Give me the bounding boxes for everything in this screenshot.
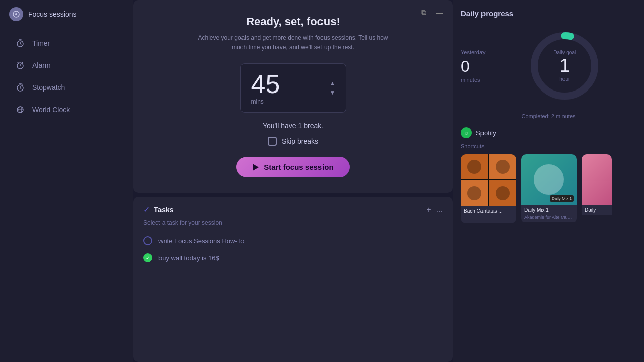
donut-wrap: Daily goal 1 hour [494, 26, 636, 106]
sidebar-item-world-clock-label: World Clock [32, 106, 70, 114]
card-image-daily-mix: Daily Mix 1 [521, 154, 577, 205]
donut-goal-unit: hour [559, 76, 570, 82]
spotify-icon: ♫ [461, 127, 472, 138]
main-area: ⧉ — Ready, set, focus! Achieve your goal… [133, 0, 453, 362]
card-label-daily-mix: Daily Mix 1 [521, 205, 577, 215]
task-item: write Focus Sessions How-To [143, 232, 443, 249]
yesterday-box: Yesterday 0 minutes [461, 49, 486, 83]
card-sub-bach [461, 216, 516, 223]
focus-title: Ready, set, focus! [246, 15, 340, 28]
timer-down-button[interactable]: ▼ [330, 89, 336, 96]
stopwatch-icon [15, 82, 25, 93]
timer-value-wrap: 45 mins [251, 71, 280, 105]
card-cell-3 [461, 180, 488, 206]
sidebar-item-alarm-label: Alarm [32, 61, 51, 69]
timer-value: 45 [251, 71, 280, 97]
tasks-header-left: ✓ Tasks [143, 205, 174, 214]
card-grid-bach [461, 154, 516, 206]
skip-breaks-label: Skip breaks [282, 137, 318, 145]
task-item: ✓ buy wall today is 16$ [143, 249, 443, 266]
sidebar: Focus sessions Timer Alarm [0, 0, 133, 362]
focus-panel: ⧉ — Ready, set, focus! Achieve your goal… [133, 0, 453, 193]
card-person-4 [496, 186, 510, 200]
shortcut-card-daily-partial[interactable]: Daily [582, 154, 612, 223]
donut-center: Daily goal 1 hour [553, 50, 576, 82]
card-sub-daily-mix: Akademie für Alte Musik Berlin... [521, 215, 577, 222]
tasks-header: ✓ Tasks + ... [143, 205, 443, 214]
panel-minimize-button[interactable]: — [434, 7, 446, 18]
focus-sessions-icon [9, 7, 23, 21]
sidebar-title: Focus sessions [28, 10, 76, 18]
tasks-check-icon: ✓ [143, 205, 150, 214]
tasks-add-button[interactable]: + [426, 205, 431, 214]
donut-goal-label: Daily goal [553, 50, 576, 55]
panel-controls: ⧉ — [419, 7, 446, 18]
start-button-label: Start focus session [264, 163, 333, 171]
progress-area: Yesterday 0 minutes Daily goal 1 hour [461, 26, 636, 106]
focus-subtitle: Achieve your goals and get more done wit… [198, 33, 389, 52]
play-icon [253, 164, 259, 171]
card-person-1 [467, 160, 481, 174]
card-person-teal [534, 164, 564, 195]
timer-icon [15, 38, 25, 48]
card-person-2 [496, 160, 510, 174]
card-label-bach: Bach Cantatas ... [461, 206, 516, 216]
sidebar-item-timer[interactable]: Timer [4, 33, 129, 54]
yesterday-unit: minutes [461, 77, 480, 83]
shortcut-card-bach[interactable]: Bach Cantatas ... [461, 154, 516, 223]
card-cell-2 [489, 154, 516, 179]
tasks-header-right: + ... [426, 205, 443, 214]
tasks-title: Tasks [154, 206, 174, 214]
card-badge-daily-mix: Daily Mix 1 [550, 195, 574, 202]
card-cell-1 [461, 154, 488, 179]
donut-goal-value: 1 [559, 55, 570, 76]
timer-unit: mins [251, 98, 264, 105]
task-text-1: write Focus Sessions How-To [158, 237, 245, 245]
start-focus-session-button[interactable]: Start focus session [236, 157, 349, 177]
card-image-pink [582, 154, 612, 205]
right-panel: Daily progress Yesterday 0 minutes Daily… [453, 0, 644, 362]
completed-text: Completed: 2 minutes [461, 113, 636, 119]
panel-restore-button[interactable]: ⧉ [419, 7, 429, 18]
timer-box: 45 mins ▲ ▼ [240, 63, 346, 113]
sidebar-item-stopwatch-label: Stopwatch [32, 83, 65, 92]
tasks-panel: ✓ Tasks + ... Select a task for your ses… [133, 197, 453, 362]
shortcut-cards: Bach Cantatas ... Daily Mix 1 Daily Mix … [461, 154, 636, 223]
card-cell-4 [489, 180, 516, 206]
sidebar-item-alarm[interactable]: Alarm [4, 55, 129, 76]
sidebar-item-stopwatch[interactable]: Stopwatch [4, 77, 129, 98]
sidebar-nav: Timer Alarm Stopwatch [0, 28, 133, 125]
skip-breaks-checkbox[interactable] [268, 137, 277, 146]
spotify-row: ♫ Spotify [461, 127, 636, 138]
shortcut-card-daily-mix[interactable]: Daily Mix 1 Daily Mix 1 Akademie für Alt… [521, 154, 577, 223]
yesterday-label: Yesterday [461, 49, 486, 55]
tasks-more-button[interactable]: ... [436, 205, 443, 214]
skip-breaks-row: Skip breaks [268, 137, 318, 146]
svg-point-1 [15, 13, 17, 15]
tasks-subtitle: Select a task for your session [143, 219, 443, 226]
shortcuts-label: Shortcuts [461, 143, 636, 149]
task-text-2: buy wall today is 16$ [158, 254, 219, 262]
task-radio-2[interactable]: ✓ [143, 253, 152, 262]
task-radio-1[interactable] [143, 236, 152, 245]
alarm-icon [15, 60, 25, 70]
daily-progress-title: Daily progress [461, 9, 636, 18]
card-person-3 [467, 186, 481, 200]
world-clock-icon [15, 105, 25, 115]
card-label-partial: Daily [582, 205, 612, 215]
timer-up-button[interactable]: ▲ [330, 80, 336, 86]
sidebar-item-timer-label: Timer [32, 39, 50, 47]
spotify-label: Spotify [476, 129, 496, 137]
yesterday-value: 0 [461, 57, 470, 76]
break-info: You'll have 1 break. [263, 122, 324, 130]
sidebar-item-world-clock[interactable]: World Clock [4, 99, 129, 120]
timer-arrows: ▲ ▼ [330, 80, 336, 96]
sidebar-header: Focus sessions [0, 0, 133, 28]
